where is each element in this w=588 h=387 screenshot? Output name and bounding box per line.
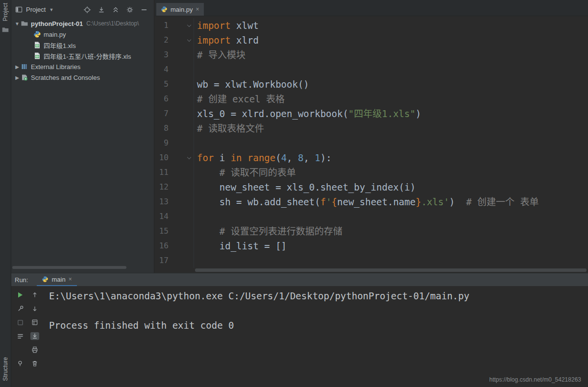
code-line[interactable]: 16 id_list = [] (155, 239, 588, 253)
code-line[interactable]: 12 new_sheet = xls_0.sheet_by_index(i) (155, 180, 588, 194)
code-line[interactable]: 7xls_0 = xlrd.open_workbook("四年级1.xls") (155, 106, 588, 121)
hide-panel-button[interactable] (140, 6, 148, 14)
code-text: # 创建 excel 表格 (194, 92, 285, 106)
toolbar-spacer (16, 346, 24, 354)
fold-marker-icon[interactable] (185, 157, 194, 159)
code-line[interactable]: 1import xlwt (155, 18, 588, 33)
project-view-icon (15, 6, 23, 14)
python-file-icon (42, 276, 49, 283)
folder-icon (21, 20, 28, 27)
trash-icon[interactable] (30, 360, 39, 367)
code-line[interactable]: 9 (155, 136, 588, 150)
line-number: 11 (155, 165, 169, 180)
pin-tab-icon[interactable] (16, 360, 24, 367)
wrench-icon[interactable] (16, 305, 24, 313)
line-number: 6 (155, 92, 169, 106)
line-number: 7 (155, 106, 169, 121)
excel-file-icon (33, 41, 41, 49)
print-button[interactable] (30, 346, 39, 354)
tree-item-main-py[interactable]: main.py (11, 29, 154, 40)
code-text: # 设置空列表进行数据的存储 (194, 224, 343, 239)
tool-window-project-button[interactable]: Project (2, 3, 9, 21)
fold-marker-icon[interactable] (185, 25, 194, 26)
console-line (49, 303, 588, 318)
python-file-icon (161, 6, 168, 13)
console-lines: E:\Users\1\anaconda3\python.exe C:/Users… (49, 289, 588, 333)
tree-item-scratches-consoles[interactable]: ▶ Scratches and Consoles (11, 72, 154, 83)
test-list-icon[interactable] (16, 332, 24, 340)
code-line[interactable]: 17 (155, 253, 588, 268)
code-text: xls_0 = xlrd.open_workbook("四年级1.xls") (194, 106, 421, 121)
code-text: id_list = [] (194, 239, 287, 253)
down-stack-trace-button[interactable] (30, 305, 39, 313)
stop-button[interactable] (16, 318, 24, 326)
project-panel: Project ▼ (11, 0, 154, 273)
editor[interactable]: 1import xlwt2import xlrd3# 导入模块45wb = xl… (155, 16, 588, 273)
close-icon[interactable]: × (69, 276, 72, 283)
run-console[interactable]: E:\Users\1\anaconda3\python.exe C:/Users… (49, 286, 588, 387)
project-horizontal-scrollbar[interactable] (12, 266, 126, 269)
line-number: 9 (155, 136, 169, 150)
file-label: main.py (44, 31, 66, 38)
file-label: 四年级1.xls (44, 41, 76, 50)
tab-label: main.py (171, 6, 193, 13)
tree-item-project-root[interactable]: ▼ pythonProject-01 C:\Users\1\Desktop\ (11, 18, 154, 29)
tree-item-xls-1[interactable]: 四年级1.xls (11, 40, 154, 50)
project-tool-icon[interactable] (1, 25, 9, 33)
file-label: 四年级1-五至八班-分数排序.xls (44, 51, 131, 61)
console-line: Process finished with exit code 0 (49, 318, 588, 333)
excel-file-icon (33, 52, 41, 60)
code-line[interactable]: 3# 导入模块 (155, 48, 588, 62)
code-line[interactable]: 8# 读取表格文件 (155, 121, 588, 136)
line-number: 1 (155, 18, 169, 33)
project-panel-header: Project ▼ (11, 0, 154, 16)
project-panel-title[interactable]: Project (26, 6, 46, 13)
code-line[interactable]: 11 # 读取不同的表单 (155, 165, 588, 180)
chevron-down-icon[interactable]: ▼ (14, 21, 21, 26)
python-file-icon (33, 30, 41, 38)
run-label: Run: (15, 276, 28, 284)
run-tab-main[interactable]: main × (37, 273, 76, 286)
locate-button[interactable] (83, 6, 91, 14)
code-line[interactable]: 15 # 设置空列表进行数据的存储 (155, 224, 588, 239)
chevron-down-icon[interactable]: ▼ (49, 7, 53, 12)
rerun-button[interactable] (16, 291, 24, 299)
collapse-all-button[interactable] (112, 6, 120, 14)
scroll-from-source-button[interactable] (98, 6, 105, 14)
chevron-right-icon[interactable]: ▶ (14, 64, 21, 70)
line-number: 8 (155, 121, 169, 136)
line-number: 17 (155, 253, 169, 268)
code-line[interactable]: 10for i in range(4, 8, 1): (155, 150, 588, 165)
editor-lines: 1import xlwt2import xlrd3# 导入模块45wb = xl… (155, 18, 588, 268)
run-panel: Run: main × (11, 273, 588, 387)
code-text: new_sheet = xls_0.sheet_by_index(i) (194, 180, 416, 194)
up-stack-trace-button[interactable] (30, 291, 39, 299)
code-line[interactable]: 4 (155, 62, 588, 77)
scroll-to-end-button[interactable] (30, 332, 39, 340)
code-line[interactable]: 13 sh = wb.add_sheet(f'{new_sheet.name}.… (155, 194, 588, 209)
chevron-right-icon[interactable]: ▶ (14, 75, 21, 80)
fold-marker-icon[interactable] (185, 40, 194, 41)
restore-layout-button[interactable] (30, 318, 39, 326)
code-line[interactable]: 14 (155, 209, 588, 224)
tree-item-xls-2[interactable]: 四年级1-五至八班-分数排序.xls (11, 50, 154, 61)
code-text (194, 253, 197, 268)
line-number: 15 (155, 224, 169, 239)
project-root-name: pythonProject-01 (31, 20, 83, 27)
line-number: 16 (155, 239, 169, 253)
code-line[interactable]: 5wb = xlwt.Workbook() (155, 77, 588, 92)
tool-window-structure-button[interactable]: Structure (2, 357, 9, 381)
console-line: E:\Users\1\anaconda3\python.exe C:/Users… (49, 289, 588, 303)
code-text: for i in range(4, 8, 1): (194, 150, 332, 165)
project-root-path: C:\Users\1\Desktop\ (86, 20, 139, 27)
settings-gear-icon[interactable] (126, 6, 134, 14)
editor-horizontal-scrollbar[interactable] (195, 268, 587, 272)
line-number: 10 (155, 150, 169, 165)
left-tool-strip: Project Structure (0, 0, 11, 387)
code-line[interactable]: 2import xlrd (155, 33, 588, 48)
close-icon[interactable]: × (196, 6, 199, 13)
tree-item-external-libraries[interactable]: ▶ External Libraries (11, 61, 154, 72)
group-label: External Libraries (31, 63, 80, 71)
tab-main-py[interactable]: main.py × (156, 3, 204, 16)
code-line[interactable]: 6# 创建 excel 表格 (155, 92, 588, 106)
